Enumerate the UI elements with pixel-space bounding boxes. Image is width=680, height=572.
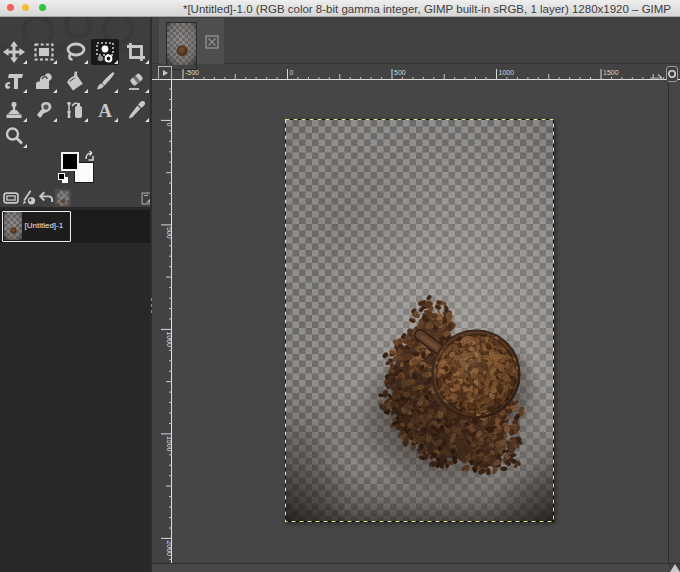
svg-text:-500: -500 <box>185 69 199 76</box>
svg-text:1500: 1500 <box>603 69 619 76</box>
svg-text:0: 0 <box>290 69 294 76</box>
svg-text:500: 500 <box>394 69 406 76</box>
svg-text:A: A <box>98 100 112 121</box>
svg-text:1000: 1000 <box>499 69 515 76</box>
